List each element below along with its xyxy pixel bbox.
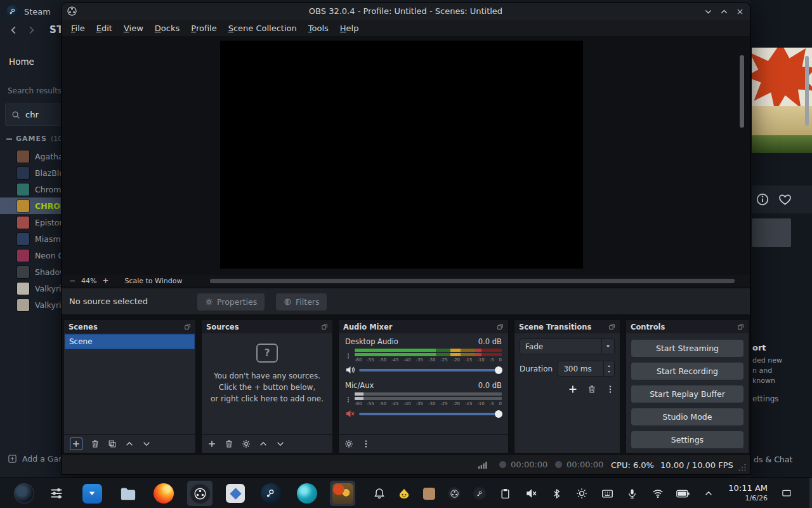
controls-popout-icon[interactable] xyxy=(737,323,744,330)
back-arrow-icon[interactable] xyxy=(9,25,18,35)
peek-desktop-strip[interactable] xyxy=(809,478,812,508)
volume-slider[interactable] xyxy=(359,369,502,371)
mixer-menu-button[interactable] xyxy=(362,439,370,448)
obs-statusbar: 00:00:00 00:00:00 CPU: 6.0% 10.00 / 10.0… xyxy=(62,454,750,474)
source-properties-button[interactable] xyxy=(242,439,251,448)
steam-tray-button[interactable] xyxy=(472,486,487,501)
volume-slider[interactable] xyxy=(359,413,502,415)
slime-tray-button[interactable] xyxy=(396,486,412,501)
filters-button[interactable]: Filters xyxy=(276,293,327,311)
menu-help[interactable]: Help xyxy=(334,21,365,36)
scenes-popout-icon[interactable] xyxy=(184,323,191,330)
forward-arrow-icon[interactable] xyxy=(27,25,36,35)
minimize-button[interactable] xyxy=(703,6,713,17)
steam-home-link[interactable]: Home xyxy=(9,57,34,67)
mixer-panel-title: Audio Mixer xyxy=(343,323,392,331)
white-app-button[interactable] xyxy=(223,481,248,506)
file-manager-button[interactable] xyxy=(115,481,141,506)
resize-grip[interactable] xyxy=(738,463,747,472)
duration-spinner[interactable]: 300 ms xyxy=(558,361,615,377)
bluetooth-tray-button[interactable] xyxy=(549,486,564,501)
add-scene-button[interactable] xyxy=(70,438,82,450)
start-streaming-button[interactable]: Start Streaming xyxy=(631,340,743,357)
zoom-in-button[interactable]: + xyxy=(101,276,110,285)
firefox-button[interactable] xyxy=(151,481,176,506)
remove-source-button[interactable] xyxy=(225,439,233,448)
volume-tray-button[interactable] xyxy=(523,486,539,501)
menu-tools[interactable]: Tools xyxy=(303,21,334,36)
games-section-header[interactable]: GAMES (10/ xyxy=(6,135,65,143)
record-timer: 00:00:00 xyxy=(555,460,603,469)
steam-scrollbar[interactable] xyxy=(805,56,809,126)
game-thumbnail xyxy=(17,200,29,212)
app-launcher-button[interactable] xyxy=(11,481,37,506)
add-transition-button[interactable] xyxy=(568,384,578,394)
steam-task-button[interactable] xyxy=(258,481,284,506)
obs-tray-button[interactable] xyxy=(447,486,462,501)
preview-hscrollbar[interactable] xyxy=(210,279,735,283)
volume-slider-handle[interactable] xyxy=(495,410,502,418)
transitions-popout-icon[interactable] xyxy=(608,323,615,330)
transition-dropdown-arrow[interactable] xyxy=(601,339,614,354)
menu-file[interactable]: File xyxy=(65,21,91,36)
task-manager-settings-button[interactable] xyxy=(44,481,69,506)
game-thumbnail xyxy=(17,233,29,245)
muted-speaker-icon[interactable] xyxy=(345,409,355,418)
move-scene-up-button[interactable] xyxy=(125,439,134,448)
start-recording-button[interactable]: Start Recording xyxy=(631,363,743,380)
remove-transition-button[interactable] xyxy=(587,385,596,394)
battery-tray-button[interactable] xyxy=(675,486,690,501)
properties-button[interactable]: Properties xyxy=(197,293,265,311)
remove-scene-button[interactable] xyxy=(91,439,100,448)
menu-edit[interactable]: Edit xyxy=(91,21,118,36)
scene-filters-button[interactable] xyxy=(108,439,117,448)
clipboard-tray-button[interactable] xyxy=(497,486,513,501)
zoom-out-button[interactable]: − xyxy=(68,276,77,285)
menu-scene-collection[interactable]: Scene Collection xyxy=(223,21,303,36)
speaker-icon[interactable] xyxy=(345,365,355,375)
preview-canvas[interactable] xyxy=(220,41,583,269)
obs-task-button[interactable] xyxy=(187,481,213,506)
move-scene-down-button[interactable] xyxy=(142,439,151,448)
menu-view[interactable]: View xyxy=(118,21,149,36)
game-thumbnail xyxy=(17,167,29,179)
studio-mode-button[interactable]: Studio Mode xyxy=(631,408,743,425)
keyboard-tray-button[interactable] xyxy=(599,486,615,501)
menu-docks[interactable]: Docks xyxy=(149,21,185,36)
transition-menu-button[interactable] xyxy=(606,385,615,394)
microphone-tray-button[interactable] xyxy=(624,486,639,501)
brown-app-tray-button[interactable] xyxy=(421,486,436,501)
move-source-down-button[interactable] xyxy=(276,439,285,448)
wishlist-heart-icon[interactable] xyxy=(778,193,792,206)
brightness-tray-button[interactable] xyxy=(574,486,589,501)
info-icon[interactable] xyxy=(756,192,769,206)
mixer-popout-icon[interactable] xyxy=(497,323,504,330)
chrono-trigger-task-button[interactable] xyxy=(330,481,355,506)
add-source-button[interactable] xyxy=(207,439,216,448)
volume-slider-handle[interactable] xyxy=(495,366,502,374)
channel-menu-button[interactable] xyxy=(345,392,351,406)
blue-app-button[interactable] xyxy=(79,481,105,506)
notifications-tray-button[interactable] xyxy=(372,486,387,501)
start-replay-buffer-button[interactable]: Start Replay Buffer xyxy=(631,385,743,403)
advanced-audio-button[interactable] xyxy=(344,439,353,448)
network-tray-button[interactable] xyxy=(650,486,665,501)
show-desktop-button[interactable] xyxy=(782,489,792,498)
menu-profile[interactable]: Profile xyxy=(185,21,222,36)
obs-titlebar[interactable]: OBS 32.0.4 - Profile: Untitled - Scenes:… xyxy=(62,3,750,20)
sources-popout-icon[interactable] xyxy=(321,323,328,330)
settings-button[interactable]: Settings xyxy=(631,431,743,448)
clock-widget[interactable]: 10:11 AM 1/6/26 xyxy=(720,483,768,503)
transition-select[interactable]: Fade xyxy=(520,338,615,354)
move-source-up-button[interactable] xyxy=(259,439,268,448)
teal-app-button[interactable] xyxy=(294,481,320,506)
scene-list-item[interactable]: Scene xyxy=(65,334,195,349)
maximize-button[interactable] xyxy=(719,6,729,17)
friends-chat-bar[interactable]: ds & Chat xyxy=(754,455,792,464)
tray-expander-button[interactable] xyxy=(701,486,716,501)
preview-vscrollbar[interactable] xyxy=(740,55,744,128)
add-game-button[interactable]: Add a Gam xyxy=(8,454,66,464)
close-button[interactable] xyxy=(735,6,745,17)
channel-menu-button[interactable] xyxy=(345,349,351,363)
scale-mode-label[interactable]: Scale to Window xyxy=(124,277,182,285)
